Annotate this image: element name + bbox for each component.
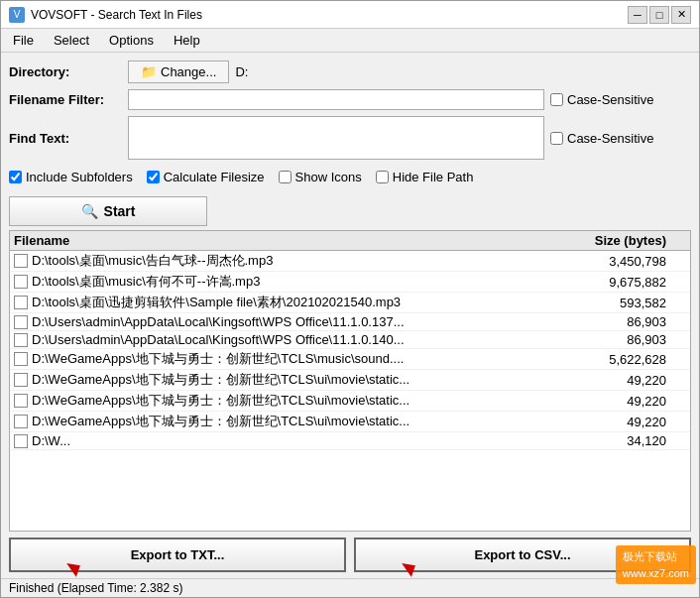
window-title: VOVSOFT - Search Text In Files [31,8,202,22]
table-row[interactable]: D:\WeGameApps\地下城与勇士：创新世纪\TCLS\ui\movie\… [10,370,690,391]
show-icons-option[interactable]: Show Icons [279,170,362,184]
file-size: 86,903 [587,314,686,329]
case-sensitive-filename-label: Case-Sensitive [567,92,653,107]
table-row[interactable]: D:\Users\admin\AppData\Local\Kingsoft\WP… [10,313,690,331]
title-bar: V VOVSOFT - Search Text In Files ─ □ ✕ [1,1,699,29]
find-text-row: Find Text: Case-Sensitive [9,116,691,160]
status-text: Finished (Elapsed Time: 2.382 s) [9,581,182,595]
file-icon [14,415,28,428]
table-row[interactable]: D:\tools\桌面\迅捷剪辑软件\Sample file\素材\202102… [10,293,690,313]
status-bar: Finished (Elapsed Time: 2.382 s) [1,578,699,597]
folder-icon: 📁 [141,64,157,79]
table-row[interactable]: D:\Users\admin\AppData\Local\Kingsoft\WP… [10,331,690,349]
file-size: 9,675,882 [587,275,686,290]
file-path: D:\W... [32,433,587,448]
file-icon [14,394,28,408]
table-row[interactable]: D:\WeGameApps\地下城与勇士：创新世纪\TCLS\ui\movie\… [10,412,690,432]
file-path: D:\WeGameApps\地下城与勇士：创新世纪\TCLS\music\sou… [32,350,587,368]
show-icons-label: Show Icons [295,170,362,184]
file-icon [14,333,28,347]
menu-file[interactable]: File [5,31,42,50]
hide-file-path-checkbox[interactable] [376,171,389,183]
file-icon [14,434,28,448]
main-window: V VOVSOFT - Search Text In Files ─ □ ✕ F… [0,0,700,598]
file-path: D:\tools\桌面\music\有何不可--许嵩.mp3 [32,273,587,291]
file-icon [14,352,28,366]
file-path: D:\tools\桌面\music\告白气球--周杰伦.mp3 [32,252,587,270]
minimize-button[interactable]: ─ [628,6,647,24]
col-size-header: Size (bytes) [587,233,686,248]
table-row[interactable]: D:\tools\桌面\music\有何不可--许嵩.mp3 9,675,882 [10,272,690,293]
file-size: 5,622,628 [587,352,686,367]
file-icon [14,254,28,268]
drive-label: D: [235,64,248,79]
directory-label: Directory: [9,64,128,79]
watermark: 极光下载站 www.xz7.com [616,545,696,584]
start-button-label: Start [104,203,136,219]
case-sensitive-filename-checkbox[interactable] [550,93,563,106]
form-area: Directory: 📁 Change... D: Filename Filte… [1,53,699,192]
case-sensitive-findtext-label: Case-Sensitive [567,131,653,146]
show-icons-checkbox[interactable] [279,171,292,183]
watermark-line2: www.xz7.com [623,565,689,582]
menu-options[interactable]: Options [101,31,162,50]
export-txt-label: Export to TXT... [131,547,225,562]
file-icon [14,296,28,309]
include-subfolders-label: Include Subfolders [26,170,133,184]
file-size: 49,220 [587,394,686,409]
table-row[interactable]: D:\WeGameApps\地下城与勇士：创新世纪\TCLS\ui\movie\… [10,391,690,412]
search-icon: 🔍 [81,203,98,219]
file-path: D:\WeGameApps\地下城与勇士：创新世纪\TCLS\ui\movie\… [32,371,587,389]
hide-file-path-label: Hide File Path [393,170,474,184]
maximize-button[interactable]: □ [649,6,669,24]
file-icon [14,315,28,329]
filename-filter-input[interactable]: *MP3 [128,89,544,110]
table-row[interactable]: D:\WeGameApps\地下城与勇士：创新世纪\TCLS\music\sou… [10,349,690,370]
close-button[interactable]: ✕ [671,6,691,24]
table-row[interactable]: D:\W... 34,120 [10,432,690,450]
find-text-input[interactable] [128,116,544,160]
include-subfolders-checkbox[interactable] [9,171,22,183]
start-button[interactable]: 🔍 Start [9,196,207,226]
file-path: D:\WeGameApps\地下城与勇士：创新世纪\TCLS\ui\movie\… [32,392,587,410]
table-row[interactable]: D:\tools\桌面\music\告白气球--周杰伦.mp3 3,450,79… [10,251,690,272]
col-filename-header: Filename [14,233,587,248]
window-controls: ─ □ ✕ [628,6,691,24]
calculate-filesize-option[interactable]: Calculate Filesize [147,170,265,184]
case-sensitive-findtext: Case-Sensitive [550,131,653,146]
file-size: 49,220 [587,415,686,429]
filename-filter-label: Filename Filter: [9,92,128,107]
file-size: 34,120 [587,433,686,448]
export-txt-button[interactable]: Export to TXT... [9,538,346,572]
find-text-label: Find Text: [9,131,128,146]
file-path: D:\WeGameApps\地下城与勇士：创新世纪\TCLS\ui\movie\… [32,413,587,430]
results-header: Filename Size (bytes) [10,231,690,251]
app-icon: V [9,7,25,23]
calculate-filesize-label: Calculate Filesize [164,170,265,184]
file-size: 49,220 [587,373,686,388]
bottom-buttons: Export to TXT... Export to CSV... [1,532,699,578]
file-size: 86,903 [587,332,686,347]
watermark-line1: 极光下载站 [623,548,689,565]
menu-help[interactable]: Help [166,31,208,50]
directory-row: Directory: 📁 Change... D: [9,60,691,83]
export-csv-label: Export to CSV... [474,547,570,562]
file-path: D:\tools\桌面\迅捷剪辑软件\Sample file\素材\202102… [32,294,587,311]
include-subfolders-option[interactable]: Include Subfolders [9,170,133,184]
change-button[interactable]: 📁 Change... [128,60,229,83]
case-sensitive-findtext-checkbox[interactable] [550,132,563,145]
file-icon [14,275,28,289]
results-body[interactable]: D:\tools\桌面\music\告白气球--周杰伦.mp3 3,450,79… [10,251,690,531]
file-path: D:\Users\admin\AppData\Local\Kingsoft\WP… [32,332,587,347]
hide-file-path-option[interactable]: Hide File Path [376,170,474,184]
file-icon [14,373,28,387]
results-area: Filename Size (bytes) D:\tools\桌面\music\… [9,230,691,532]
file-size: 593,582 [587,296,686,310]
menu-bar: File Select Options Help [1,29,699,53]
file-size: 3,450,798 [587,254,686,269]
change-button-label: Change... [161,64,216,79]
case-sensitive-filename: Case-Sensitive [550,92,653,107]
calculate-filesize-checkbox[interactable] [147,171,160,183]
options-row: Include Subfolders Calculate Filesize Sh… [9,166,691,188]
menu-select[interactable]: Select [46,31,97,50]
